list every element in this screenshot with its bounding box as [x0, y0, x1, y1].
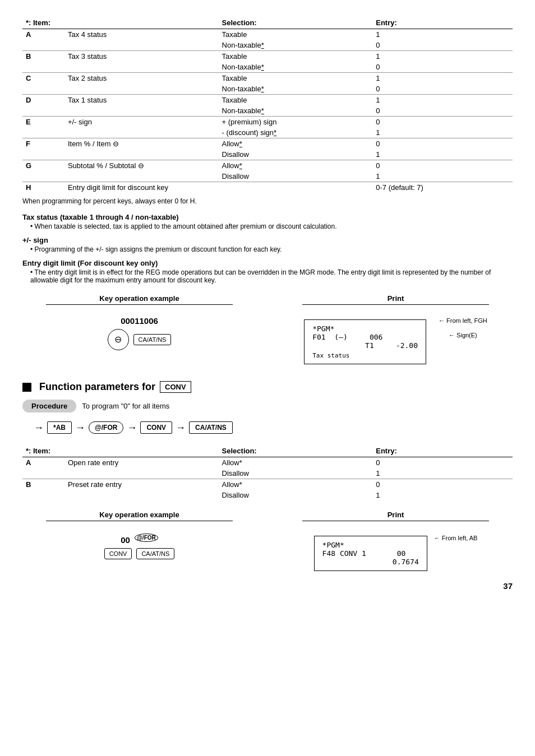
table1-desc-G: Subtotal % / Subtotal ⊖ — [64, 160, 219, 182]
table2-sel-A-1: Disallow — [219, 468, 373, 479]
receipt-line-2: F01 (—) 006 — [312, 333, 418, 341]
table1-desc-A: Tax 4 status — [64, 29, 219, 51]
conv-btn-2[interactable]: CONV — [104, 548, 132, 559]
table1-sel-B-0: Taxable — [219, 51, 373, 62]
table1-entry-B-0: 1 — [372, 51, 513, 62]
table2-desc-B: Preset rate entry — [64, 479, 219, 501]
procedure-flow: → *AB → @/FOR → CONV → CA/AT/NS — [34, 421, 513, 434]
ca-at-ns-btn-1[interactable]: CA/AT/NS — [133, 334, 172, 345]
table1-item-C: C — [22, 73, 64, 95]
table1-desc-F: Item % / Item ⊖ — [64, 138, 219, 160]
procedure-note: To program "0" for all items — [82, 402, 169, 410]
note-1: When programming for percent keys, alway… — [22, 197, 513, 205]
col-header-selection: Selection: — [219, 17, 373, 29]
table2-desc-A: Open rate entry — [64, 457, 219, 479]
sections-container: Tax status (taxable 1 through 4 / non-ta… — [22, 213, 513, 284]
table1-sel-A-1: Non-taxable* — [219, 40, 373, 51]
table2-entry-B-1: 1 — [372, 490, 513, 500]
key-op-title-2: Key operation example — [46, 511, 233, 521]
table1-sel-H-0 — [219, 182, 373, 193]
table1-sel-C-1: Non-taxable* — [219, 84, 373, 95]
table1-sel-D-1: Non-taxable* — [219, 105, 373, 117]
key-op-title-1: Key operation example — [46, 294, 233, 305]
table1-desc-E: +/- sign — [64, 117, 219, 138]
table2-entry-A-0: 0 — [372, 457, 513, 469]
step-ca-at-ns: CA/AT/NS — [189, 421, 233, 434]
section-heading-entry-digit-limit: Entry digit limit (For discount key only… — [22, 259, 513, 267]
page-number: 37 — [22, 581, 513, 591]
receipt-line-1: *PGM* — [312, 324, 418, 333]
table1-sel-D-0: Taxable — [219, 95, 373, 106]
table-2: *: Item: Selection: Entry: AOpen rate en… — [22, 445, 513, 500]
step-conv: CONV — [140, 421, 172, 434]
table1-item-A: A — [22, 29, 64, 51]
table2-entry-A-1: 1 — [372, 468, 513, 479]
table1-entry-B-1: 0 — [372, 62, 513, 73]
function-params-section: Function parameters for CONV Procedure T… — [22, 381, 513, 434]
annotation-ab: ← From left, AB — [434, 531, 478, 541]
table1-item-B: B — [22, 51, 64, 73]
table1-desc-H: Entry digit limit for discount key — [64, 182, 219, 193]
table1-entry-F-1: 1 — [372, 149, 513, 160]
step-ab: *AB — [47, 421, 72, 434]
receipt2-line-2: F48 CONV 1 00 — [322, 549, 419, 558]
table1-item-D: D — [22, 95, 64, 117]
for-icon-2: @/FOR — [135, 534, 158, 542]
receipt2-line-3: 0.7674 — [322, 558, 419, 566]
table1-sel-E-1: - (discount) sign* — [219, 127, 373, 138]
table1-entry-H-0: 0-7 (default: 7) — [372, 182, 513, 193]
table2-sel-B-1: Disallow — [219, 490, 373, 500]
key-print-area-1: Key operation example 00011006 ⊖ CA/AT/N… — [22, 294, 513, 364]
table1-item-H: H — [22, 182, 64, 193]
section-heading-tax-status: Tax status (taxable 1 through 4 / non-ta… — [22, 213, 513, 221]
table1-entry-E-1: 1 — [372, 127, 513, 138]
annotation-sign: ← Sign(E) — [439, 332, 487, 338]
ca-at-ns-btn-2[interactable]: CA/AT/NS — [136, 548, 174, 559]
section-body-entry-digit-limit: • The entry digit limit is in effect for… — [30, 268, 513, 284]
table1-sel-F-0: Allow* — [219, 138, 373, 150]
table1-item-E: E — [22, 117, 64, 138]
black-square-icon — [22, 383, 31, 392]
step-for: @/FOR — [89, 421, 123, 434]
table2-item-A: A — [22, 457, 64, 479]
procedure-badge: Procedure — [22, 400, 76, 412]
table2-sel-A-0: Allow* — [219, 457, 373, 469]
print-area-1: Print *PGM* F01 (—) 006 T1 -2.00 Tax sta… — [279, 294, 513, 364]
col-header-entry: Entry: — [372, 17, 513, 29]
table1-desc-B: Tax 3 status — [64, 51, 219, 73]
table2-entry-B-0: 0 — [372, 479, 513, 490]
conv-key-label: CONV — [160, 381, 191, 393]
table-1: *: Item: Selection: Entry: ATax 4 status… — [22, 17, 513, 193]
col-header-entry-2: Entry: — [372, 445, 513, 457]
receipt2-line-1: *PGM* — [322, 541, 419, 549]
key-code-2: 00 @/FOR — [121, 535, 158, 545]
section-body-plus-minus-sign: • Programming of the +/- sign assigns th… — [30, 245, 513, 253]
table1-entry-C-0: 1 — [372, 73, 513, 84]
key-print-area-2: Key operation example 00 @/FOR CONV CA/A… — [22, 511, 513, 571]
print-title-1: Print — [302, 294, 490, 305]
receipt-line-3: T1 -2.00 — [312, 341, 418, 350]
table1-desc-C: Tax 2 status — [64, 73, 219, 95]
table1-sel-G-1: Disallow — [219, 171, 373, 182]
table1-entry-E-0: 0 — [372, 117, 513, 128]
table1-entry-G-0: 0 — [372, 160, 513, 171]
print-receipt-2: *PGM* F48 CONV 1 00 0.7674 — [314, 536, 427, 571]
section-heading-plus-minus-sign: +/- sign — [22, 236, 513, 244]
table1-entry-C-1: 0 — [372, 84, 513, 95]
table1-entry-G-1: 1 — [372, 171, 513, 182]
minus-btn-1[interactable]: ⊖ — [108, 329, 129, 350]
table1-sel-C-0: Taxable — [219, 73, 373, 84]
print-area-2: Print *PGM* F48 CONV 1 00 0.7674 ← From … — [279, 511, 513, 571]
key-code-1: 00011006 — [121, 316, 158, 326]
table1-sel-B-1: Non-taxable* — [219, 62, 373, 73]
table1-entry-F-0: 0 — [372, 138, 513, 150]
print-title-2: Print — [302, 511, 490, 521]
section-body-tax-status: • When taxable is selected, tax is appli… — [30, 222, 513, 230]
table1-entry-D-1: 0 — [372, 105, 513, 117]
table1-sel-F-1: Disallow — [219, 149, 373, 160]
print-receipt-1: *PGM* F01 (—) 006 T1 -2.00 Tax status — [304, 319, 426, 364]
key-operation-2: Key operation example 00 @/FOR CONV CA/A… — [22, 511, 256, 571]
tax-status-label: Tax status — [312, 352, 418, 359]
annotations-1: ← From left, FGH ← Sign(E) — [439, 315, 487, 338]
table1-entry-A-1: 0 — [372, 40, 513, 51]
